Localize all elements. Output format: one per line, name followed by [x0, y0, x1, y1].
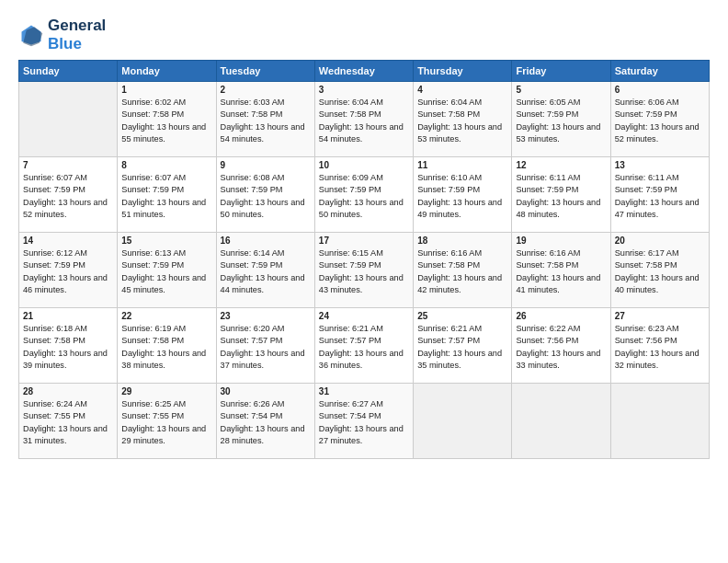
cell-content: Sunrise: 6:05 AM Sunset: 7:59 PM Dayligh… [516, 97, 606, 145]
day-number: 2 [221, 85, 311, 95]
cell-content: Sunrise: 6:20 AM Sunset: 7:57 PM Dayligh… [221, 323, 311, 372]
day-number: 13 [615, 160, 705, 170]
daylight: Daylight: 13 hours and 41 minutes. [516, 273, 600, 294]
sunrise: Sunrise: 6:14 AM [221, 248, 285, 258]
daylight: Daylight: 13 hours and 42 minutes. [417, 273, 502, 294]
calendar-week: 1 Sunrise: 6:02 AM Sunset: 7:58 PM Dayli… [19, 82, 710, 157]
sunset: Sunset: 7:59 PM [23, 185, 85, 194]
sunset: Sunset: 7:58 PM [615, 260, 677, 270]
header-day: Wednesday [314, 61, 413, 82]
calendar-cell [610, 384, 709, 459]
cell-content: Sunrise: 6:25 AM Sunset: 7:55 PM Dayligh… [121, 398, 211, 447]
sunset: Sunset: 7:56 PM [615, 336, 677, 345]
daylight: Daylight: 13 hours and 49 minutes. [417, 198, 502, 219]
sunrise: Sunrise: 6:07 AM [23, 173, 87, 182]
day-number: 16 [221, 236, 311, 246]
sunrise: Sunrise: 6:15 AM [319, 248, 383, 258]
sunrise: Sunrise: 6:04 AM [319, 98, 383, 107]
cell-content: Sunrise: 6:15 AM Sunset: 7:59 PM Dayligh… [319, 247, 409, 296]
sunset: Sunset: 7:59 PM [319, 185, 381, 194]
cell-content: Sunrise: 6:27 AM Sunset: 7:54 PM Dayligh… [319, 398, 409, 447]
calendar-week: 7 Sunrise: 6:07 AM Sunset: 7:59 PM Dayli… [19, 157, 710, 233]
calendar-cell: 27 Sunrise: 6:23 AM Sunset: 7:56 PM Dayl… [610, 308, 709, 384]
day-number: 27 [615, 311, 705, 321]
day-number: 11 [417, 160, 507, 170]
sunrise: Sunrise: 6:17 AM [615, 248, 679, 258]
cell-content: Sunrise: 6:23 AM Sunset: 7:56 PM Dayligh… [615, 323, 705, 372]
calendar-cell: 26 Sunrise: 6:22 AM Sunset: 7:56 PM Dayl… [512, 308, 610, 384]
daylight: Daylight: 13 hours and 54 minutes. [319, 122, 404, 144]
sunset: Sunset: 7:59 PM [23, 260, 85, 270]
calendar-cell [414, 384, 512, 459]
calendar-cell: 14 Sunrise: 6:12 AM Sunset: 7:59 PM Dayl… [19, 233, 118, 308]
daylight: Daylight: 13 hours and 55 minutes. [121, 122, 206, 144]
daylight: Daylight: 13 hours and 50 minutes. [319, 198, 404, 219]
cell-content: Sunrise: 6:04 AM Sunset: 7:58 PM Dayligh… [319, 97, 409, 145]
sunset: Sunset: 7:58 PM [23, 336, 85, 345]
cell-content: Sunrise: 6:21 AM Sunset: 7:57 PM Dayligh… [319, 323, 409, 372]
calendar-cell: 31 Sunrise: 6:27 AM Sunset: 7:54 PM Dayl… [314, 384, 413, 459]
sunrise: Sunrise: 6:11 AM [615, 173, 679, 182]
cell-content: Sunrise: 6:07 AM Sunset: 7:59 PM Dayligh… [121, 172, 211, 221]
sunrise: Sunrise: 6:11 AM [516, 173, 580, 182]
sunset: Sunset: 7:59 PM [121, 185, 184, 194]
daylight: Daylight: 13 hours and 37 minutes. [221, 349, 305, 370]
calendar-cell: 12 Sunrise: 6:11 AM Sunset: 7:59 PM Dayl… [512, 157, 610, 233]
calendar-cell: 24 Sunrise: 6:21 AM Sunset: 7:57 PM Dayl… [314, 308, 413, 384]
calendar-cell: 2 Sunrise: 6:03 AM Sunset: 7:58 PM Dayli… [216, 82, 314, 157]
sunrise: Sunrise: 6:20 AM [221, 324, 285, 333]
cell-content: Sunrise: 6:26 AM Sunset: 7:54 PM Dayligh… [221, 398, 311, 447]
calendar-cell: 8 Sunrise: 6:07 AM Sunset: 7:59 PM Dayli… [118, 157, 216, 233]
header: General Blue [18, 17, 710, 52]
sunrise: Sunrise: 6:19 AM [121, 324, 186, 333]
daylight: Daylight: 13 hours and 52 minutes. [615, 122, 700, 144]
day-number: 14 [23, 236, 113, 246]
sunrise: Sunrise: 6:23 AM [615, 324, 679, 333]
sunrise: Sunrise: 6:04 AM [417, 98, 482, 107]
sunrise: Sunrise: 6:09 AM [319, 173, 383, 182]
calendar-cell: 13 Sunrise: 6:11 AM Sunset: 7:59 PM Dayl… [610, 157, 709, 233]
cell-content: Sunrise: 6:21 AM Sunset: 7:57 PM Dayligh… [417, 323, 507, 372]
calendar-week: 28 Sunrise: 6:24 AM Sunset: 7:55 PM Dayl… [19, 384, 710, 459]
sunrise: Sunrise: 6:07 AM [121, 173, 186, 182]
day-number: 3 [319, 85, 409, 95]
sunset: Sunset: 7:58 PM [319, 109, 381, 119]
sunrise: Sunrise: 6:06 AM [615, 98, 679, 107]
day-number: 25 [417, 311, 507, 321]
sunset: Sunset: 7:59 PM [221, 185, 283, 194]
sunset: Sunset: 7:59 PM [516, 109, 578, 119]
day-number: 8 [121, 160, 211, 170]
day-number: 29 [121, 386, 211, 396]
daylight: Daylight: 13 hours and 31 minutes. [23, 424, 108, 445]
cell-content: Sunrise: 6:16 AM Sunset: 7:58 PM Dayligh… [516, 247, 606, 296]
header-day: Thursday [414, 61, 512, 82]
sunrise: Sunrise: 6:03 AM [221, 98, 285, 107]
sunset: Sunset: 7:58 PM [417, 109, 480, 119]
cell-content: Sunrise: 6:04 AM Sunset: 7:58 PM Dayligh… [417, 97, 507, 145]
daylight: Daylight: 13 hours and 53 minutes. [417, 122, 502, 144]
daylight: Daylight: 13 hours and 53 minutes. [516, 122, 600, 144]
daylight: Daylight: 13 hours and 51 minutes. [121, 198, 206, 219]
sunrise: Sunrise: 6:13 AM [121, 248, 186, 258]
sunrise: Sunrise: 6:02 AM [121, 98, 186, 107]
calendar-week: 21 Sunrise: 6:18 AM Sunset: 7:58 PM Dayl… [19, 308, 710, 384]
calendar-cell: 4 Sunrise: 6:04 AM Sunset: 7:58 PM Dayli… [414, 82, 512, 157]
cell-content: Sunrise: 6:16 AM Sunset: 7:58 PM Dayligh… [417, 247, 507, 296]
cell-content: Sunrise: 6:17 AM Sunset: 7:58 PM Dayligh… [615, 247, 705, 296]
daylight: Daylight: 13 hours and 45 minutes. [121, 273, 206, 294]
cell-content: Sunrise: 6:07 AM Sunset: 7:59 PM Dayligh… [23, 172, 113, 221]
sunset: Sunset: 7:56 PM [516, 336, 578, 345]
sunrise: Sunrise: 6:26 AM [221, 399, 285, 408]
sunrise: Sunrise: 6:10 AM [417, 173, 482, 182]
day-number: 1 [121, 85, 211, 95]
daylight: Daylight: 13 hours and 38 minutes. [121, 349, 206, 370]
daylight: Daylight: 13 hours and 28 minutes. [221, 424, 305, 445]
cell-content: Sunrise: 6:13 AM Sunset: 7:59 PM Dayligh… [121, 247, 211, 296]
cell-content: Sunrise: 6:19 AM Sunset: 7:58 PM Dayligh… [121, 323, 211, 372]
cell-content: Sunrise: 6:14 AM Sunset: 7:59 PM Dayligh… [221, 247, 311, 296]
sunset: Sunset: 7:54 PM [221, 411, 283, 420]
day-number: 4 [417, 85, 507, 95]
day-number: 7 [23, 160, 113, 170]
calendar-cell: 28 Sunrise: 6:24 AM Sunset: 7:55 PM Dayl… [19, 384, 118, 459]
sunrise: Sunrise: 6:27 AM [319, 399, 383, 408]
